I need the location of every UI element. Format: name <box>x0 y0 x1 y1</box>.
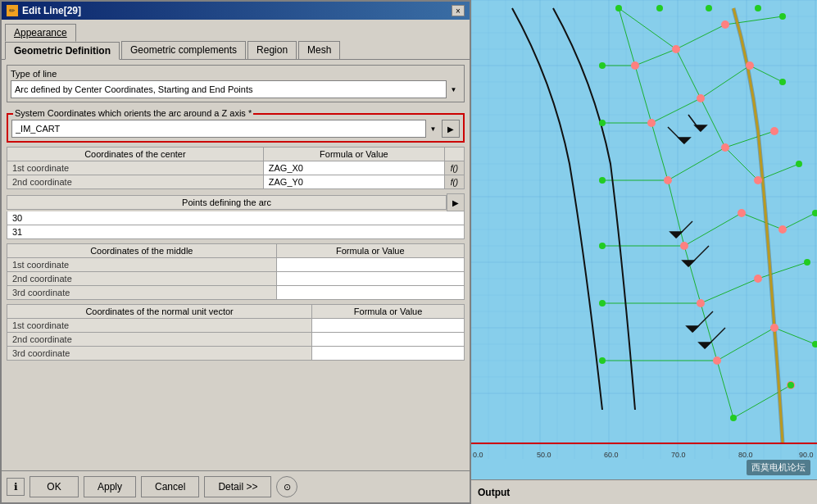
tabs-row-2: Geometric Definition Geometric complemen… <box>2 41 470 60</box>
title-left: ✏ Edit Line[29] <box>7 5 81 16</box>
normal-row1-value[interactable] <box>312 319 465 333</box>
tab-geometric-complements[interactable]: Geometric complements <box>121 41 246 59</box>
point-row-1[interactable]: 30 <box>7 211 465 225</box>
svg-point-96 <box>721 20 729 29</box>
middle-row2-value[interactable] <box>276 272 464 286</box>
points-section: Points defining the arc ▶ 30 31 <box>7 193 465 239</box>
center-row-2: 2nd coordinate ZAG_Y0 f() <box>7 175 465 189</box>
center-row1-value[interactable]: ZAG_X0 <box>263 161 444 175</box>
svg-point-121 <box>779 79 786 85</box>
middle-row3-value[interactable] <box>276 286 464 300</box>
svg-point-120 <box>779 13 786 20</box>
svg-point-114 <box>599 62 606 69</box>
center-formula-header <box>445 148 465 161</box>
svg-point-109 <box>713 356 721 365</box>
svg-point-130 <box>755 5 761 11</box>
tabs-row-1: Appearance <box>2 20 470 41</box>
center-row-1: 1st coordinate ZAG_X0 f() <box>7 161 465 175</box>
system-coords-input[interactable] <box>11 120 440 138</box>
cancel-button[interactable]: Cancel <box>141 476 199 497</box>
tab-region[interactable]: Region <box>247 41 297 59</box>
center-col1-header: Coordinates of the center <box>7 148 264 161</box>
middle-col2-header: Formula or Value <box>276 244 464 258</box>
svg-text:50.0: 50.0 <box>537 451 551 459</box>
center-col2-header: Formula or Value <box>263 148 444 161</box>
normal-row3-value[interactable] <box>312 347 465 361</box>
svg-rect-0 <box>471 0 817 479</box>
svg-point-107 <box>754 275 762 283</box>
svg-text:70.0: 70.0 <box>671 451 686 459</box>
svg-point-110 <box>770 324 778 332</box>
svg-point-126 <box>787 382 794 388</box>
svg-point-102 <box>664 176 672 184</box>
type-dropdown-wrapper: ▼ <box>11 80 461 98</box>
svg-point-124 <box>804 259 810 266</box>
normal-row-1: 1st coordinate <box>7 319 465 333</box>
system-coords-label: System Coordinates which orients the arc… <box>13 108 253 118</box>
system-coords-nav-btn[interactable]: ▶ <box>442 120 460 138</box>
dialog-title: Edit Line[29] <box>22 5 81 16</box>
svg-text:90.0: 90.0 <box>799 451 814 459</box>
points-nav-btn[interactable]: ▶ <box>447 193 465 211</box>
svg-text:60.0: 60.0 <box>604 451 619 459</box>
svg-point-115 <box>599 120 606 126</box>
svg-point-98 <box>746 61 754 70</box>
apply-button[interactable]: Apply <box>84 476 136 497</box>
normal-row2-value[interactable] <box>312 333 465 347</box>
middle-row-1: 1st coordinate <box>7 258 465 272</box>
points-header: Points defining the arc <box>7 195 447 210</box>
normal-col1-header: Coordinates of the normal unit vector <box>7 305 312 319</box>
svg-point-127 <box>730 415 737 421</box>
svg-point-100 <box>721 143 729 152</box>
center-row2-formula-btn[interactable]: f() <box>445 175 465 189</box>
type-dropdown-arrow[interactable]: ▼ <box>446 80 461 98</box>
svg-point-101 <box>770 127 778 135</box>
center-row2-value[interactable]: ZAG_Y0 <box>263 175 444 189</box>
tab-appearance[interactable]: Appearance <box>5 24 76 42</box>
normal-row2-label: 2nd coordinate <box>7 333 312 347</box>
svg-point-97 <box>697 94 705 102</box>
svg-point-113 <box>615 5 622 11</box>
middle-row-2: 2nd coordinate <box>7 272 465 286</box>
svg-point-118 <box>599 300 606 306</box>
footer-info-icon[interactable]: ℹ <box>7 478 25 496</box>
middle-row2-label: 2nd coordinate <box>7 272 277 286</box>
normal-row3-label: 3rd coordinate <box>7 347 312 361</box>
center-row1-formula-btn[interactable]: f() <box>445 161 465 175</box>
svg-point-117 <box>599 243 606 249</box>
center-row1-label: 1st coordinate <box>7 161 264 175</box>
svg-point-122 <box>796 161 802 167</box>
output-label: Output <box>478 487 510 498</box>
output-bar: Output <box>471 479 817 504</box>
svg-point-104 <box>680 242 688 250</box>
normal-row1-label: 1st coordinate <box>7 319 312 333</box>
middle-coords-table: Coordinates of the middle Formula or Val… <box>7 243 465 300</box>
type-of-line-group: Type of line ▼ <box>7 65 465 102</box>
close-button[interactable]: × <box>452 5 465 16</box>
normal-row-2: 2nd coordinate <box>7 333 465 347</box>
svg-text:80.0: 80.0 <box>738 451 753 459</box>
middle-row1-value[interactable] <box>276 258 464 272</box>
canvas-svg: 0.0 50.0 60.0 70.0 80.0 90.0 <box>471 0 817 479</box>
circle-button[interactable]: ⊙ <box>276 476 297 497</box>
svg-point-128 <box>656 5 663 11</box>
tab-geometric-definition[interactable]: Geometric Definition <box>5 42 120 60</box>
dialog-footer: ℹ OK Apply Cancel Detail >> ⊙ <box>2 470 470 502</box>
svg-point-116 <box>599 177 606 184</box>
center-coords-table: Coordinates of the center Formula or Val… <box>7 147 465 189</box>
system-coords-wrapper: ▼ <box>11 120 440 138</box>
ok-button[interactable]: OK <box>30 476 79 497</box>
point-row-2[interactable]: 31 <box>7 225 465 239</box>
system-coords-arrow[interactable]: ▼ <box>425 120 440 138</box>
middle-row-3: 3rd coordinate <box>7 286 465 300</box>
svg-point-108 <box>697 299 705 307</box>
normal-col2-header: Formula or Value <box>312 305 465 319</box>
middle-row3-label: 3rd coordinate <box>7 286 277 300</box>
system-coords-row: ▼ ▶ <box>11 120 460 138</box>
type-of-line-dropdown[interactable] <box>11 80 461 98</box>
svg-point-105 <box>738 209 746 217</box>
detail-button[interactable]: Detail >> <box>204 476 271 497</box>
middle-row1-label: 1st coordinate <box>7 258 277 272</box>
normal-vector-table: Coordinates of the normal unit vector Fo… <box>7 304 465 361</box>
tab-mesh[interactable]: Mesh <box>298 41 340 59</box>
